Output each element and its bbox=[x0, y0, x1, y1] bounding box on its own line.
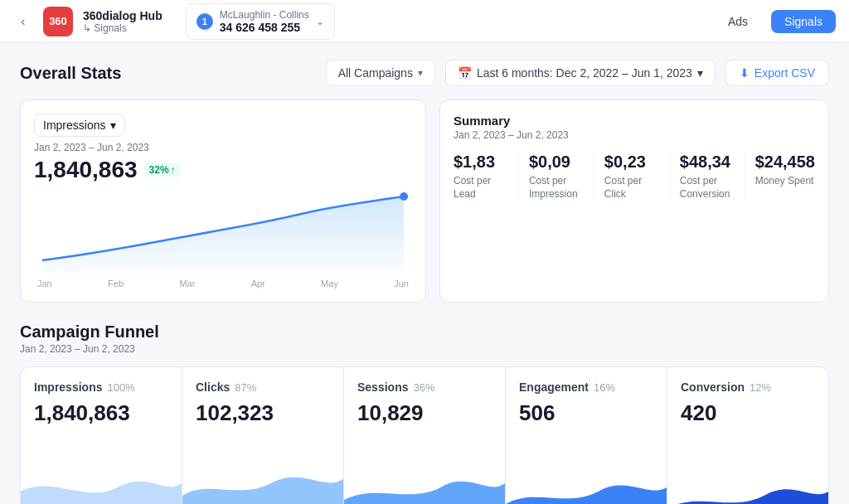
summary-metric-cost-per-click: $0,23 Cost per Click bbox=[604, 153, 670, 201]
funnel-card-label: Engagement bbox=[519, 380, 589, 394]
chart-value-row: 1,840,863 32% ↑ bbox=[34, 157, 412, 183]
funnel-card-impressions: Impressions 100% 1,840,863 bbox=[21, 367, 182, 504]
stats-row: Impressions ▾ Jan 2, 2023 – Jun 2, 2023 … bbox=[20, 99, 829, 303]
account-name: McLaughlin - Collins bbox=[220, 9, 309, 21]
metric-label: Cost per Impression bbox=[529, 175, 584, 201]
funnel-card-value: 1,840,863 bbox=[34, 400, 168, 426]
campaign-filter-dropdown[interactable]: All Campaigns ▾ bbox=[326, 60, 435, 86]
chart-label-jun: Jun bbox=[394, 279, 409, 288]
brand-sub: ↳ Signals bbox=[83, 22, 163, 34]
funnel-card-label: Clicks bbox=[196, 380, 230, 394]
campaign-funnel-section: Campaign Funnel Jan 2, 2023 – Jun 2, 202… bbox=[20, 322, 829, 504]
back-button[interactable]: ‹ bbox=[13, 12, 33, 32]
funnel-card-value: 506 bbox=[519, 400, 653, 426]
brand-name: 360dialog Hub bbox=[83, 9, 163, 22]
brand-info: 360dialog Hub ↳ Signals bbox=[83, 9, 163, 34]
summary-title: Summary bbox=[454, 114, 815, 128]
chart-label-apr: Apr bbox=[251, 279, 265, 288]
chart-area-fill bbox=[42, 196, 404, 273]
chevron-down-icon: ▾ bbox=[697, 66, 703, 80]
logo-badge: 360 bbox=[43, 7, 73, 36]
summary-panel: Summary Jan 2, 2023 – Jun 2, 2023 $1,83 … bbox=[439, 99, 829, 303]
funnel-card-label: Conversion bbox=[681, 380, 745, 394]
export-csv-button[interactable]: ⬇ Export CSV bbox=[725, 60, 829, 86]
metric-label: Cost per Conversion bbox=[680, 175, 735, 201]
account-number: 1 bbox=[196, 13, 213, 30]
account-phone: 34 626 458 255 bbox=[220, 21, 309, 34]
funnel-card-pct: 16% bbox=[594, 381, 615, 394]
summary-metric-money-spent: $24,458 Money Spent bbox=[755, 153, 815, 201]
account-selector[interactable]: 1 McLaughlin - Collins 34 626 458 255 ⌄ bbox=[186, 3, 335, 40]
funnel-wave-impressions bbox=[21, 458, 182, 504]
date-filter-dropdown[interactable]: 📅 Last 6 months: Dec 2, 2022 – Jun 1, 20… bbox=[445, 60, 716, 86]
chart-label-may: May bbox=[321, 279, 338, 288]
chart-date-range: Jan 2, 2023 – Jun 2, 2023 bbox=[34, 142, 412, 153]
summary-metric-cost-per-lead: $1,83 Cost per Lead bbox=[454, 153, 519, 201]
funnel-card-label: Sessions bbox=[357, 380, 408, 394]
chart-label-mar: Mar bbox=[179, 279, 195, 288]
download-icon: ⬇ bbox=[740, 66, 750, 80]
export-label: Export CSV bbox=[754, 66, 815, 80]
ads-button[interactable]: Ads bbox=[715, 10, 761, 33]
chart-label-jan: Jan bbox=[37, 279, 52, 288]
funnel-card-pct: 36% bbox=[413, 381, 434, 394]
chart-main-value: 1,840,863 bbox=[34, 157, 138, 183]
chevron-down-icon: ⌄ bbox=[316, 16, 324, 27]
campaign-filter-label: All Campaigns bbox=[338, 66, 413, 80]
overall-stats-title: Overall Stats bbox=[20, 64, 121, 83]
metric-value: $24,458 bbox=[755, 153, 815, 172]
funnel-wave-clicks bbox=[182, 458, 343, 504]
summary-metric-cost-per-conversion: $48,34 Cost per Conversion bbox=[680, 153, 745, 201]
funnel-card-value: 10,829 bbox=[357, 400, 492, 426]
date-filter-label: Last 6 months: Dec 2, 2022 – Jun 1, 2023 bbox=[477, 66, 692, 80]
funnel-card-pct: 12% bbox=[750, 381, 771, 394]
chart-panel: Impressions ▾ Jan 2, 2023 – Jun 2, 2023 … bbox=[20, 99, 426, 303]
top-navigation: ‹ 360 360dialog Hub ↳ Signals 1 McLaughl… bbox=[0, 0, 849, 43]
signals-button[interactable]: Signals bbox=[771, 10, 836, 33]
chevron-down-icon: ▾ bbox=[110, 119, 116, 132]
funnel-wave-sessions bbox=[344, 458, 505, 504]
funnel-card-conversion: Conversion 12% 420 bbox=[667, 367, 828, 504]
metric-label: Money Spent bbox=[755, 175, 815, 188]
funnel-card-pct: 100% bbox=[107, 381, 134, 394]
funnel-card-value: 420 bbox=[681, 400, 815, 426]
metric-value: $1,83 bbox=[454, 153, 508, 172]
funnel-wave-engagement bbox=[506, 458, 667, 504]
metric-selector-dropdown[interactable]: Impressions ▾ bbox=[34, 114, 125, 137]
chart-endpoint-dot bbox=[400, 192, 408, 201]
summary-date: Jan 2, 2023 – Jun 2, 2023 bbox=[454, 129, 815, 141]
funnel-date-range: Jan 2, 2023 – Jun 2, 2023 bbox=[20, 343, 829, 355]
metric-value: $48,34 bbox=[680, 153, 735, 172]
funnel-card-value: 102,323 bbox=[196, 400, 330, 426]
account-details: McLaughlin - Collins 34 626 458 255 bbox=[220, 9, 309, 34]
funnel-card-pct: 87% bbox=[235, 381, 256, 394]
funnel-cards: Impressions 100% 1,840,863 Clicks 87% 10… bbox=[20, 366, 829, 504]
metric-value: $0,09 bbox=[529, 153, 584, 172]
growth-badge: 32% ↑ bbox=[144, 162, 181, 177]
metric-label: Impressions bbox=[43, 119, 105, 132]
calendar-icon: 📅 bbox=[458, 66, 472, 80]
chevron-down-icon: ▾ bbox=[418, 67, 423, 79]
main-content: Overall Stats All Campaigns ▾ 📅 Last 6 m… bbox=[0, 43, 849, 504]
summary-metrics: $1,83 Cost per Lead $0,09 Cost per Impre… bbox=[454, 153, 815, 201]
metric-label: Cost per Click bbox=[604, 175, 659, 201]
funnel-card-label: Impressions bbox=[34, 380, 102, 394]
funnel-card-sessions: Sessions 36% 10,829 bbox=[344, 367, 506, 504]
impressions-chart bbox=[34, 190, 412, 273]
chart-label-feb: Feb bbox=[108, 279, 124, 288]
chart-x-labels: Jan Feb Mar Apr May Jun bbox=[34, 279, 412, 288]
summary-metric-cost-per-impression: $0,09 Cost per Impression bbox=[529, 153, 594, 201]
metric-label: Cost per Lead bbox=[454, 175, 508, 201]
overall-stats-header: Overall Stats All Campaigns ▾ 📅 Last 6 m… bbox=[20, 60, 829, 86]
funnel-title: Campaign Funnel bbox=[20, 322, 829, 342]
funnel-card-engagement: Engagement 16% 506 bbox=[506, 367, 667, 504]
metric-value: $0,23 bbox=[604, 153, 659, 172]
funnel-card-clicks: Clicks 87% 102,323 bbox=[182, 367, 344, 504]
funnel-wave-conversion bbox=[667, 458, 828, 504]
